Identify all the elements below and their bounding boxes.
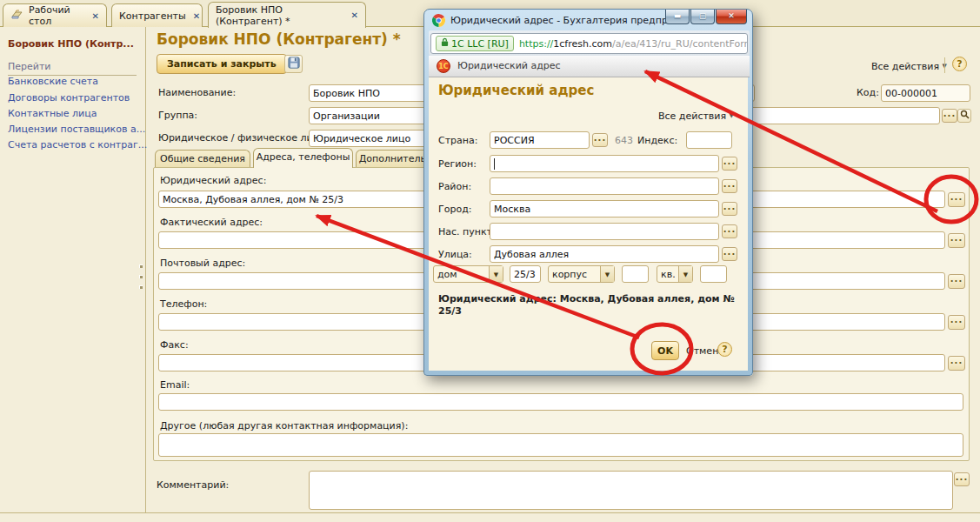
postal-address-more-button[interactable] [948,274,965,289]
country-label: Страна: [438,135,477,146]
apartment-combo[interactable]: кв. [657,265,693,283]
other-info-label: Другое (любая другая контактная информац… [160,420,408,432]
popup-window: Юридический адрес - Бухгалтерия предпри.… [423,9,753,376]
text-caret [494,158,495,170]
tab-label: Боровик НПО (Контрагент) * [216,4,344,27]
phone-label: Телефон: [160,298,207,310]
popup-help-button[interactable] [717,342,732,357]
district-input[interactable] [490,177,719,195]
index-label: Индекс: [637,135,677,146]
tab-close-icon[interactable] [92,11,99,21]
tab-close-icon[interactable] [351,10,358,20]
comment-more-button[interactable] [954,472,970,486]
district-label: Район: [438,181,471,192]
actual-address-more-button[interactable] [948,233,965,248]
popup-content: Юридический адрес Все действия ▼ Страна:… [429,77,748,371]
region-label: Регион: [438,158,477,170]
ev-badge[interactable]: 1C LLC [RU] [436,36,514,51]
all-actions-button[interactable]: Все действия ▼ [871,61,947,72]
help-button[interactable] [952,57,967,71]
sidebar-link-bank-accounts[interactable]: Банковские счета [8,76,98,87]
lock-icon [441,37,449,50]
country-input[interactable] [490,131,590,149]
street-label: Улица: [438,249,472,260]
tab-kontragenty[interactable]: Контрагенты [111,3,203,27]
region-input[interactable] [490,155,719,172]
sidebar-title: Боровик НПО (Контр... [8,38,134,50]
entity-label: Юридическое / физическое лицо: [158,132,329,144]
sidebar-link-contracts[interactable]: Договоры контрагентов [8,92,130,104]
house-combo-label: дом [434,266,489,282]
save-icon-button[interactable] [284,55,303,73]
house-number-input[interactable] [510,265,541,283]
page-title: Боровик НПО (Контрагент) * [157,30,401,48]
chevron-down-icon [678,266,692,282]
email-label: Email: [160,379,190,391]
street-more-button[interactable] [722,247,737,261]
sidebar-link-contacts[interactable]: Контактные лица [8,108,97,119]
postal-address-label: Почтовый адрес: [160,258,245,269]
building-combo[interactable]: корпус [548,265,615,283]
building-number-input[interactable] [622,265,649,283]
tab-close-icon[interactable] [193,11,200,21]
phone-more-button[interactable] [948,315,965,330]
popup-all-actions-button[interactable]: Все действия ▼ [658,110,734,122]
apartment-combo-label: кв. [657,266,678,282]
popup-heading: Юридический адрес [438,83,594,98]
maximize-button[interactable]: ▢ [690,10,715,24]
legal-address-more-button[interactable] [948,192,965,207]
tab-addresses[interactable]: Адреса, телефоны [253,148,353,168]
save-close-button[interactable]: Записать и закрыть [157,54,287,74]
index-input[interactable] [686,131,732,149]
app-title: Юридический адрес [457,60,561,71]
country-code: 643 [615,135,633,146]
country-more-button[interactable] [592,133,608,147]
app-titlebar: 1С Юридический адрес [429,56,750,77]
region-more-button[interactable] [722,157,737,171]
settlement-input[interactable] [490,223,719,240]
fax-more-button[interactable] [948,356,965,371]
sidebar-link-settlement-accounts[interactable]: Счета расчетов с контраг... [8,139,147,151]
tab-label: Контрагенты [119,10,186,22]
tab-label: Рабочий стол [29,4,85,27]
ev-badge-label: 1C LLC [RU] [451,38,509,50]
street-input[interactable] [490,245,719,263]
other-info-textarea[interactable] [158,433,963,457]
minimize-button[interactable]: ▬ [665,10,690,24]
group-label: Группа: [158,110,197,121]
house-combo[interactable]: дом [433,265,503,283]
popup-title: Юридический адрес - Бухгалтерия предпри.… [450,15,675,26]
onec-logo-icon: 1С [437,59,450,73]
city-more-button[interactable] [722,202,737,216]
url-text: https://1cfresh.com/a/ea/413/ru_RU/conte… [519,38,748,50]
tab-general[interactable]: Общие сведения [155,150,250,168]
chevron-down-icon [600,266,614,282]
desktop-icon [10,9,23,23]
tab-desktop[interactable]: Рабочий стол [3,3,107,27]
name-label: Наименование: [158,87,236,98]
popup-all-actions-label: Все действия [658,110,726,122]
all-actions-label: Все действия [871,61,939,72]
settlement-more-button[interactable] [722,224,737,238]
fax-label: Факс: [160,339,189,351]
bottom-divider [0,512,980,513]
sidebar-link-licenses[interactable]: Лицензии поставщиков а... [8,124,145,135]
apartment-number-input[interactable] [700,265,727,283]
group-search-button[interactable] [957,109,971,123]
ok-button[interactable]: OK [651,341,679,360]
chevron-down-icon: ▼ [730,112,734,119]
comment-textarea[interactable] [309,471,953,510]
chevron-down-icon [489,266,503,282]
url-field[interactable]: 1C LLC [RU] https://1cfresh.com/a/ea/413… [430,33,748,54]
close-button[interactable]: ✕ [716,10,747,24]
settlement-label: Нас. пункт: [438,226,496,238]
district-more-button[interactable] [722,179,737,193]
legal-address-label: Юридический адрес: [160,175,266,186]
city-input[interactable] [490,200,719,218]
code-input[interactable] [881,84,970,102]
tab-borovik-active[interactable]: Боровик НПО (Контрагент) * [208,2,366,28]
email-input[interactable] [158,393,963,411]
sidebar-nav-header: Перейти [8,61,137,76]
address-bar: 1C LLC [RU] https://1cfresh.com/a/ea/413… [429,30,750,56]
group-more-button[interactable] [942,109,957,123]
